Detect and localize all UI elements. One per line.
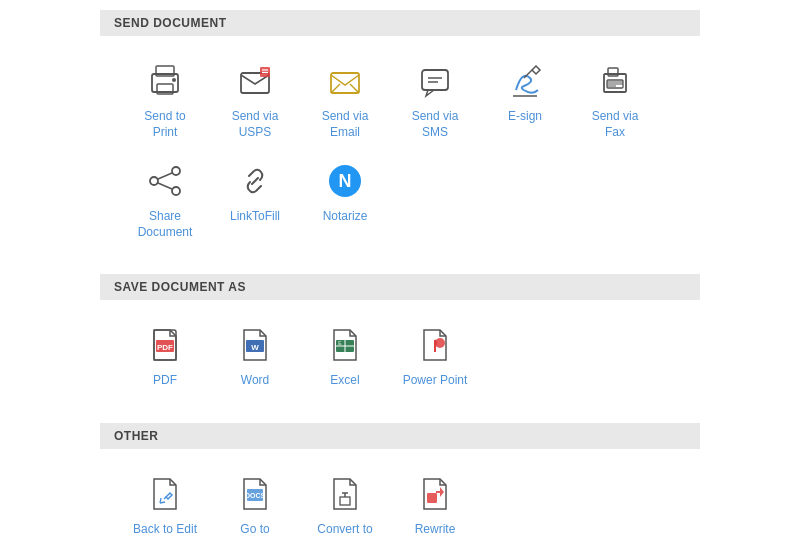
share-document-item[interactable]: ShareDocument [120,152,210,246]
send-to-print-label: Send toPrint [144,109,185,140]
convert-to-template-icon [322,471,368,517]
save-powerpoint-icon [412,322,458,368]
send-document-section: SEND DOCUMENT Send toPrint [100,10,700,260]
save-word-label: Word [241,373,269,389]
save-pdf-icon: PDF [142,322,188,368]
svg-line-10 [350,84,359,93]
link-to-fill-label: LinkToFill [230,209,280,225]
svg-point-3 [172,78,176,82]
send-via-usps-icon [232,58,278,104]
svg-text:DOCS: DOCS [245,492,266,499]
svg-rect-8 [331,73,359,93]
e-sign-label: E-sign [508,109,542,125]
share-document-label: ShareDocument [138,209,193,240]
send-via-email-icon [322,58,368,104]
svg-point-22 [172,167,180,175]
send-via-fax-label: Send viaFax [592,109,639,140]
back-to-edit-label: Back to Edit [133,522,197,538]
save-document-section: SAVE DOCUMENT AS PDF PDF [100,274,700,409]
svg-line-25 [158,183,172,189]
send-via-usps-item[interactable]: Send viaUSPS [210,52,300,146]
convert-to-template-item[interactable]: Convert toTemplate [300,465,390,538]
send-via-fax-item[interactable]: Send viaFax [570,52,660,146]
send-via-email-item[interactable]: Send viaEmail [300,52,390,146]
save-word-icon: W [232,322,278,368]
rewrite-pdf-label: RewritePDF [415,522,456,538]
rewrite-pdf-icon [412,471,458,517]
send-via-usps-label: Send viaUSPS [232,109,279,140]
save-powerpoint-item[interactable]: Power Point [390,316,480,395]
notarize-label: Notarize [323,209,368,225]
rewrite-pdf-item[interactable]: RewritePDF [390,465,480,538]
send-via-sms-label: Send viaSMS [412,109,459,140]
save-pdf-item[interactable]: PDF PDF [120,316,210,395]
e-sign-item[interactable]: E-sign [480,52,570,146]
svg-point-23 [172,187,180,195]
back-to-edit-item[interactable]: Back to Edit [120,465,210,538]
send-document-grid: Send toPrint Send viaUSPS [100,46,700,260]
other-section: OTHER Back to Edit [100,423,700,538]
save-document-grid: PDF PDF W Word [100,310,700,409]
svg-line-40 [164,497,166,499]
link-to-fill-item[interactable]: LinkToFill [210,152,300,246]
main-container: SEND DOCUMENT Send toPrint [90,10,710,538]
share-document-icon [142,158,188,204]
notarize-item[interactable]: N Notarize [300,152,390,246]
notarize-icon: N [322,158,368,204]
svg-rect-48 [427,493,437,503]
svg-line-9 [331,84,340,93]
go-to-mydocs-label: Go toMyDocs [233,522,276,538]
save-excel-item[interactable]: E Excel [300,316,390,395]
save-pdf-label: PDF [153,373,177,389]
send-via-sms-item[interactable]: Send viaSMS [390,52,480,146]
convert-to-template-label: Convert toTemplate [317,522,372,538]
save-excel-label: Excel [330,373,359,389]
svg-line-26 [158,173,172,179]
svg-line-27 [252,178,258,184]
send-via-fax-icon [592,58,638,104]
go-to-mydocs-item[interactable]: DOCS Go toMyDocs [210,465,300,538]
svg-text:W: W [251,343,259,352]
link-to-fill-icon [232,158,278,204]
other-header: OTHER [100,423,700,449]
go-to-mydocs-icon: DOCS [232,471,278,517]
send-to-print-item[interactable]: Send toPrint [120,52,210,146]
svg-point-39 [435,338,445,348]
svg-rect-45 [340,497,350,505]
send-via-sms-icon [412,58,458,104]
back-to-edit-icon [142,471,188,517]
e-sign-icon [502,58,548,104]
save-powerpoint-label: Power Point [403,373,468,389]
send-document-header: SEND DOCUMENT [100,10,700,36]
send-to-print-icon [142,58,188,104]
other-grid: Back to Edit DOCS Go toMyDocs [100,459,700,538]
save-word-item[interactable]: W Word [210,316,300,395]
svg-text:N: N [339,171,352,191]
send-via-email-label: Send viaEmail [322,109,369,140]
svg-rect-11 [422,70,448,90]
save-document-header: SAVE DOCUMENT AS [100,274,700,300]
svg-text:PDF: PDF [157,343,173,352]
svg-point-24 [150,177,158,185]
save-excel-icon: E [322,322,368,368]
